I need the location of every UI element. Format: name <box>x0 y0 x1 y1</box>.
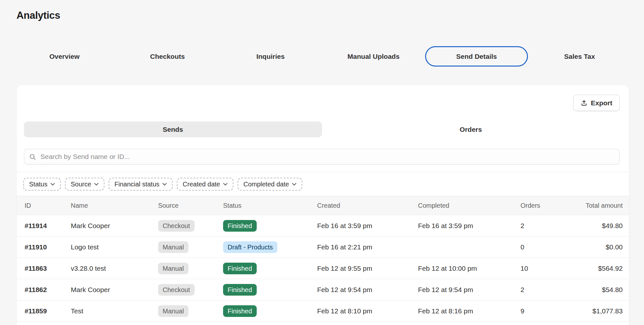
table-body: #11914 Mark Cooper Checkout Finished Feb… <box>16 215 629 322</box>
cell-id: #11863 <box>25 265 71 272</box>
filter-label: Completed date <box>243 181 289 188</box>
column-header-completed: Completed <box>418 202 521 209</box>
source-badge: Checkout <box>158 284 195 296</box>
chevron-down-icon <box>223 183 228 186</box>
cell-total: $1,077.83 <box>563 307 623 315</box>
filter-label: Source <box>71 181 91 188</box>
search-input[interactable] <box>24 149 619 164</box>
cell-orders: 2 <box>521 286 563 294</box>
cell-status: Finished <box>223 284 317 296</box>
tab-send-details[interactable]: Send Details <box>425 46 528 67</box>
cell-completed: Feb 12 at 9:54 pm <box>418 286 521 294</box>
cell-status: Finished <box>223 305 317 317</box>
filter-created-date[interactable]: Created date <box>177 178 233 191</box>
table-row[interactable]: #11859 Test Manual Finished Feb 12 at 8:… <box>16 300 629 322</box>
filter-bar: StatusSourceFinancial statusCreated date… <box>16 172 629 196</box>
cell-created: Feb 16 at 2:21 pm <box>317 243 418 251</box>
cell-name: v3.28.0 test <box>71 265 158 272</box>
cell-total: $564.92 <box>563 265 623 272</box>
filter-financial-status[interactable]: Financial status <box>109 178 173 191</box>
cell-id: #11910 <box>25 243 71 251</box>
cell-created: Feb 16 at 3:59 pm <box>317 222 418 230</box>
cell-orders: 9 <box>521 307 563 315</box>
cell-id: #11914 <box>25 222 71 230</box>
tab-sales-tax[interactable]: Sales Tax <box>528 46 631 67</box>
table-row[interactable]: #11863 v3.28.0 test Manual Finished Feb … <box>16 258 629 279</box>
view-toggle-orders[interactable]: Orders <box>322 121 620 137</box>
status-badge: Finished <box>223 305 257 317</box>
cell-created: Feb 12 at 9:54 pm <box>317 286 418 294</box>
cell-status: Draft - Products <box>223 241 317 253</box>
cell-completed: Feb 16 at 3:59 pm <box>418 222 521 230</box>
source-badge: Manual <box>158 263 188 274</box>
tab-bar: OverviewCheckoutsInquiriesManual Uploads… <box>13 46 631 67</box>
cell-orders: 10 <box>521 265 563 272</box>
column-header-id: ID <box>25 202 71 209</box>
cell-total: $54.80 <box>563 286 623 294</box>
card-toolbar: Export <box>16 95 629 111</box>
cell-created: Feb 12 at 8:10 pm <box>317 307 418 315</box>
cell-id: #11859 <box>25 307 71 315</box>
upload-icon <box>581 100 587 106</box>
cell-completed: Feb 12 at 10:00 pm <box>418 265 521 272</box>
export-button-label: Export <box>591 99 612 107</box>
cell-orders: 0 <box>521 243 563 251</box>
tab-manual-uploads[interactable]: Manual Uploads <box>322 46 425 67</box>
cell-name: Mark Cooper <box>71 286 158 294</box>
column-header-status: Status <box>223 202 317 209</box>
table-row[interactable]: #11910 Logo test Manual Draft - Products… <box>16 236 629 258</box>
status-badge: Finished <box>223 284 257 296</box>
filter-label: Status <box>29 181 48 188</box>
source-badge: Manual <box>158 305 188 317</box>
chevron-down-icon <box>162 183 167 186</box>
cell-orders: 2 <box>521 222 563 230</box>
cell-name: Mark Cooper <box>71 222 158 230</box>
column-header-created: Created <box>317 202 418 209</box>
cell-total: $49.80 <box>563 222 623 230</box>
source-badge: Checkout <box>158 220 195 232</box>
status-badge: Finished <box>223 220 257 232</box>
chevron-down-icon <box>292 183 296 186</box>
search-field <box>24 149 620 164</box>
filter-label: Created date <box>183 181 220 188</box>
cell-source: Manual <box>158 241 223 253</box>
cell-status: Finished <box>223 263 317 274</box>
status-badge: Finished <box>223 263 257 274</box>
filter-source[interactable]: Source <box>65 178 104 191</box>
source-badge: Manual <box>158 241 188 253</box>
cell-id: #11862 <box>25 286 71 294</box>
export-button[interactable]: Export <box>573 95 620 111</box>
filter-label: Financial status <box>114 181 159 188</box>
tab-checkouts[interactable]: Checkouts <box>116 46 219 67</box>
cell-source: Manual <box>158 305 223 317</box>
cell-source: Manual <box>158 263 223 274</box>
cell-total: $0.00 <box>563 243 623 251</box>
cell-created: Feb 12 at 9:55 pm <box>317 265 418 272</box>
table-header: ID Name Source Status Created Completed … <box>16 196 629 215</box>
page-title: Analytics <box>16 10 60 21</box>
cell-completed: Feb 12 at 8:16 pm <box>418 307 521 315</box>
analytics-card: Export SendsOrders StatusSourceFinancial… <box>16 85 629 325</box>
chevron-down-icon <box>50 183 55 186</box>
table-row[interactable]: #11914 Mark Cooper Checkout Finished Feb… <box>16 215 629 236</box>
cell-name: Test <box>71 307 158 315</box>
column-header-name: Name <box>71 202 158 209</box>
cell-source: Checkout <box>158 220 223 232</box>
view-toggle: SendsOrders <box>24 121 620 137</box>
tab-overview[interactable]: Overview <box>13 46 116 67</box>
chevron-down-icon <box>94 183 99 186</box>
filter-status[interactable]: Status <box>23 178 61 191</box>
filter-completed-date[interactable]: Completed date <box>238 178 302 191</box>
status-badge: Draft - Products <box>223 241 277 253</box>
cell-name: Logo test <box>71 243 158 251</box>
cell-status: Finished <box>223 220 317 232</box>
table-row[interactable]: #11862 Mark Cooper Checkout Finished Feb… <box>16 279 629 300</box>
column-header-total: Total amount <box>563 202 623 209</box>
cell-source: Checkout <box>158 284 223 296</box>
view-toggle-sends[interactable]: Sends <box>24 121 322 137</box>
tab-inquiries[interactable]: Inquiries <box>219 46 322 67</box>
column-header-orders: Orders <box>521 202 563 209</box>
column-header-source: Source <box>158 202 223 209</box>
